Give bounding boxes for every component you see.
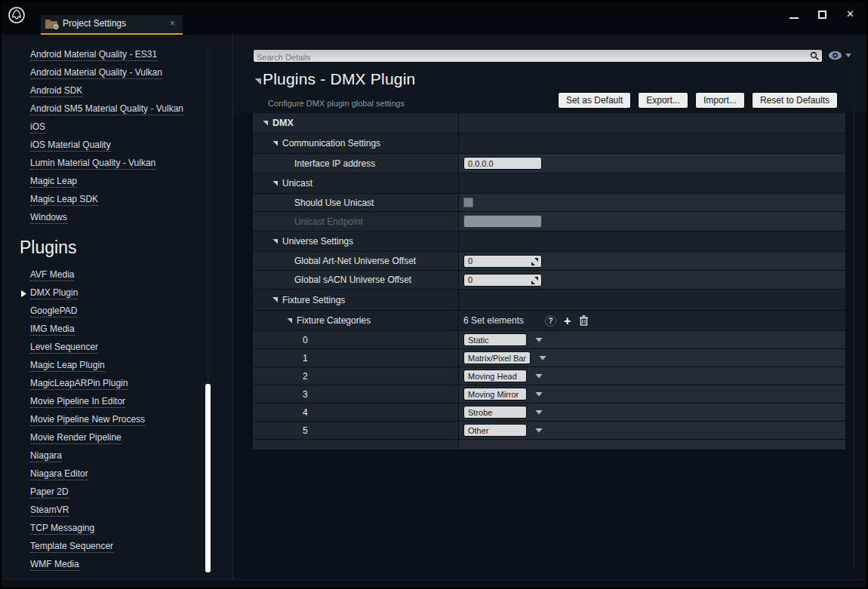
sidebar-scrollbar-thumb[interactable] [205, 384, 211, 572]
maximize-button[interactable] [818, 11, 826, 19]
sidebar-item-plugin[interactable]: Paper 2D [2, 483, 232, 502]
category-dropdown[interactable]: Static [463, 333, 527, 346]
category-dropdown[interactable]: Strobe [463, 406, 527, 419]
add-element-icon[interactable]: + [564, 315, 571, 327]
fixture-category-rows: 0 Static 1 Matrix/Pixel Bar [253, 331, 845, 440]
page-title-row: Plugins - DMX Plugin [254, 70, 415, 88]
element-index: 2 [253, 371, 308, 382]
search-icon [810, 51, 820, 61]
dropdown-arrow-icon[interactable] [535, 410, 543, 415]
sidebar-item-plugin[interactable]: Level Sequencer [2, 339, 232, 357]
sidebar-item[interactable]: Android Material Quality - Vulkan [2, 64, 232, 82]
fixture-category-row: 0 Static [253, 331, 845, 349]
sidebar-item-plugin[interactable]: GooglePAD [2, 302, 232, 321]
reset-to-defaults-button[interactable]: Reset to Defaults [752, 92, 838, 109]
fixture-category-row: 2 Moving Head [253, 367, 845, 385]
artnet-offset-input[interactable]: 0 [463, 255, 542, 268]
window-controls: ✕ [790, 8, 854, 21]
sidebar-item-plugin[interactable]: DMX Plugin [2, 284, 232, 302]
platform-settings-list: Android Material Quality - ES31 Android … [2, 35, 232, 227]
minimize-button[interactable] [790, 17, 799, 19]
category-dropdown[interactable]: Other [463, 424, 527, 437]
sidebar-item[interactable]: Android Material Quality - ES31 [2, 46, 232, 64]
close-button[interactable]: ✕ [846, 8, 854, 21]
dropdown-arrow-icon[interactable] [535, 428, 543, 433]
settings-sidebar: Android Material Quality - ES31 Android … [2, 35, 233, 579]
export-button[interactable]: Export... [638, 92, 688, 109]
title-bar: ⚙ Project Settings × ✕ [2, 2, 866, 35]
project-settings-icon: ⚙ [45, 20, 57, 29]
header-row-unicast[interactable]: Unicast [253, 173, 845, 194]
header-row-communication-settings[interactable]: Communication Settings [253, 133, 845, 154]
expander-icon[interactable] [272, 181, 278, 186]
grid-footer-strip [253, 440, 845, 450]
dropdown-arrow-icon[interactable] [539, 356, 546, 360]
drag-spinner-icon[interactable] [531, 277, 538, 284]
sidebar-item[interactable]: Magic Leap [2, 173, 232, 191]
sidebar-item-plugin[interactable]: Movie Render Pipeline [2, 429, 232, 447]
element-index: 0 [253, 335, 308, 345]
collapse-arrow-icon[interactable] [254, 78, 261, 85]
property-row-unicast-endpoint: Unicast Endpoint [253, 212, 845, 232]
expander-icon[interactable] [272, 141, 278, 146]
view-options[interactable] [828, 51, 851, 60]
element-index: 3 [253, 389, 308, 400]
sidebar-item-plugin[interactable]: AVF Media [2, 266, 232, 284]
search-input[interactable] [254, 51, 822, 63]
expander-icon[interactable] [287, 318, 292, 324]
sidebar-item-plugin[interactable]: SteamVR [2, 502, 232, 520]
tab-close-icon[interactable]: × [168, 18, 177, 29]
element-index: 5 [253, 425, 308, 436]
expander-icon[interactable] [263, 121, 268, 126]
sidebar-item-plugin[interactable]: Movie Pipeline In Editor [2, 393, 232, 411]
dropdown-arrow-icon[interactable] [535, 374, 543, 379]
category-dropdown[interactable]: Moving Mirror [463, 388, 527, 400]
interface-ip-input[interactable] [463, 157, 542, 170]
expander-icon[interactable] [272, 297, 278, 302]
category-dropdown[interactable]: Matrix/Pixel Bar [463, 351, 531, 364]
sidebar-item[interactable]: Windows [2, 209, 232, 227]
header-row-fixture-settings[interactable]: Fixture Settings [253, 290, 845, 311]
sidebar-item[interactable]: Magic Leap SDK [2, 191, 232, 209]
sidebar-item[interactable]: iOS Material Quality [2, 137, 232, 155]
drag-spinner-icon[interactable] [531, 258, 538, 265]
sidebar-item-plugin[interactable]: IMG Media [2, 321, 232, 339]
sidebar-item-plugin[interactable]: Template Sequencer [2, 538, 232, 556]
category-dropdown[interactable]: Moving Head [463, 370, 527, 382]
header-row-universe-settings[interactable]: Universe Settings [253, 232, 845, 252]
sidebar-item-plugin[interactable]: Movie Pipeline New Process [2, 411, 232, 429]
import-button[interactable]: Import... [695, 92, 745, 109]
sidebar-item-plugin[interactable]: Niagara Editor [2, 465, 232, 483]
tab-label: Project Settings [63, 18, 168, 29]
tab-project-settings[interactable]: ⚙ Project Settings × [41, 15, 183, 35]
chevron-down-icon [845, 54, 851, 57]
sidebar-item-plugin[interactable]: Niagara [2, 447, 232, 465]
fixture-category-row: 3 Moving Mirror [253, 385, 845, 403]
should-use-unicast-checkbox[interactable] [463, 198, 473, 207]
page-title: Plugins - DMX Plugin [263, 70, 415, 88]
dropdown-arrow-icon[interactable] [535, 338, 543, 342]
selected-marker-icon [21, 290, 26, 297]
details-scrollbar-track [854, 45, 854, 572]
details-panel: Plugins - DMX Plugin Configure DMX plugi… [234, 35, 866, 579]
help-icon[interactable]: ? [545, 315, 556, 327]
sacn-offset-input[interactable]: 0 [463, 274, 542, 287]
sidebar-item[interactable]: Android SM5 Material Quality - Vulkan [2, 100, 232, 118]
expander-icon[interactable] [272, 239, 278, 244]
sidebar-item[interactable]: Android SDK [2, 82, 232, 100]
sidebar-item-plugin[interactable]: WMF Media [2, 556, 232, 574]
sidebar-item-plugin[interactable]: TCP Messaging [2, 520, 232, 538]
action-buttons: Set as Default Export... Import... Reset… [558, 92, 838, 109]
header-row-fixture-categories[interactable]: Fixture Categories 6 Set elements ? + [253, 311, 845, 331]
sidebar-item[interactable]: iOS [2, 118, 232, 137]
property-row-should-use-unicast: Should Use Unicast [253, 194, 845, 212]
delete-elements-icon[interactable] [579, 315, 589, 326]
set-as-default-button[interactable]: Set as Default [558, 92, 631, 109]
category-row-dmx[interactable]: DMX [253, 113, 845, 133]
sidebar-item-plugin[interactable]: MagicLeapARPin Plugin [2, 375, 232, 393]
sidebar-item-plugin[interactable]: Magic Leap Plugin [2, 357, 232, 375]
dropdown-arrow-icon[interactable] [535, 392, 543, 397]
sidebar-item[interactable]: Lumin Material Quality - Vulkan [2, 155, 232, 173]
element-index: 1 [253, 353, 308, 364]
plugins-list: AVF Media DMX Plugin GooglePAD IMG Media… [2, 263, 232, 574]
